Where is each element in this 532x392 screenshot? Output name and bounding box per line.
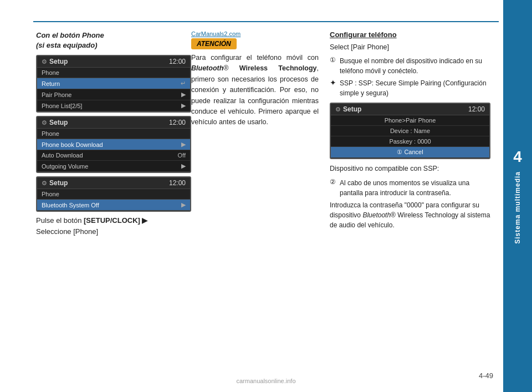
device-screen-header: ⚙ Setup 12:00 [331,104,489,115]
screen-1-row-1: Pair Phone ▶ [37,89,190,100]
screen-2-header: ⚙ Setup 12:00 [37,117,190,129]
gear-icon-2: ⚙ [42,119,47,126]
extra-text: Introduzca la contraseña "0000" para con… [330,200,490,230]
screen-2-subtitle: Phone [37,129,190,139]
bottom-watermark: carmanualsonline.info [0,378,532,384]
attention-text: Para configurar el teléfono móvil con Bl… [191,53,319,128]
config-list-item-1: ① Busque el nombre del dispositivo indic… [330,56,490,76]
bottom-caption: Pulse el botón [SETUP/CLOCK] ▶ Seleccion… [36,215,191,237]
screen-2-row-1: Auto Download Off [37,150,190,161]
attention-box: CarManuals2.com ATENCIÓN Para configurar… [191,30,319,128]
top-decorative-line [33,21,499,22]
gear-icon-device: ⚙ [335,106,341,113]
screen-2: ⚙ Setup 12:00 Phone Phone book Download … [36,116,191,173]
screen-3-header: ⚙ Setup 12:00 [37,177,190,189]
config-list-item-2: ② Al cabo de unos momentos se visualiza … [330,178,490,198]
section-title: Con el botón Phone (si esta equipado) [36,30,191,50]
device-row-0: Phone>Pair Phone [331,115,489,126]
device-row-3: ① Cancel [331,147,489,158]
right-column: Configurar teléfono Select [Pair Phone] … [330,30,490,232]
no-ssp-label: Dispositivo no compatible con SSP: [330,164,490,174]
screen-3-row-0: Bluetooth System Off ▶ [37,200,190,211]
main-content: Con el botón Phone (si esta equipado) ⚙ … [36,30,496,370]
screen-1-subtitle: Phone [37,68,190,78]
screen-3: ⚙ Setup 12:00 Phone Bluetooth System Off… [36,176,191,212]
ssp-item: ✦ SSP : SSP: Secure Simple Pairing (Conf… [330,78,490,98]
chapter-sidebar: 4 Sistema multimedia [503,0,532,392]
screen-2-row-0: Phone book Download ▶ [37,139,190,150]
screen-2-row-2: Outgoing Volume ▶ [37,161,190,172]
attention-label: ATENCIÓN [191,38,237,49]
screen-1-header: ⚙ Setup 12:00 [37,56,190,68]
select-label: Select [Pair Phone] [330,42,490,53]
attention-url: CarManuals2.com [191,30,319,37]
screen-1: ⚙ Setup 12:00 Phone Return ↵ Pair Phone … [36,55,191,113]
device-screen: ⚙ Setup 12:00 Phone>Pair Phone Device : … [330,103,490,159]
screen-1-row-2: Phone List[2/5] ▶ [37,100,190,111]
left-column: Con el botón Phone (si esta equipado) ⚙ … [36,30,191,237]
device-row-2: Passkey : 0000 [331,136,489,147]
screen-1-row-0: Return ↵ [37,78,190,89]
device-row-1: Device : Name [331,126,489,136]
screen-3-subtitle: Phone [37,189,190,200]
gear-icon-3: ⚙ [42,180,47,187]
chapter-label: Sistema multimedia [514,171,521,244]
gear-icon: ⚙ [42,58,47,65]
config-title: Configurar teléfono [330,30,490,39]
chapter-number: 4 [513,148,522,166]
